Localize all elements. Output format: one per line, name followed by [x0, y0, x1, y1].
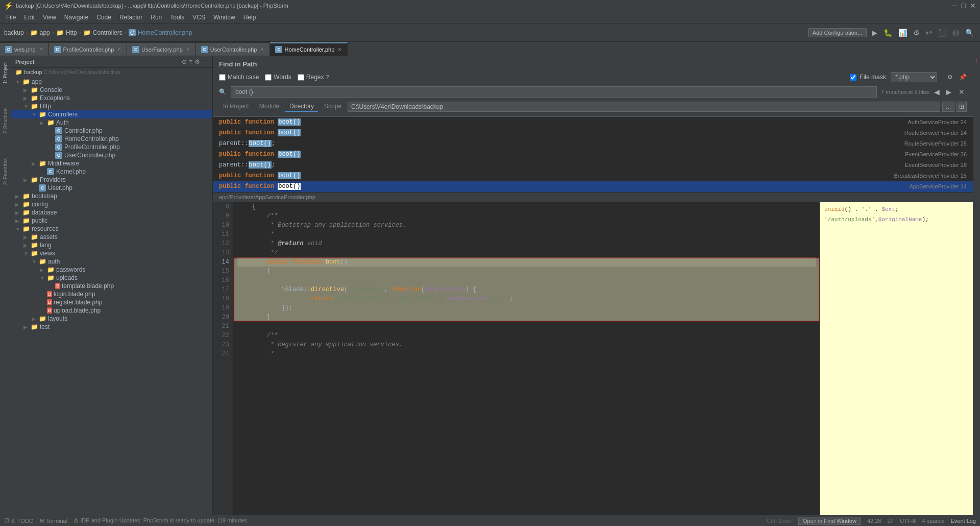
tree-item-config[interactable]: ▶ 📁 config	[11, 200, 212, 208]
breadcrumb-homecontroller[interactable]: HomeController.php	[138, 29, 192, 36]
menu-vcs[interactable]: VCS	[188, 13, 209, 22]
maximize-button[interactable]: □	[962, 2, 966, 10]
tree-item-layouts[interactable]: ▶ 📁 layouts	[11, 315, 212, 323]
find-search-input[interactable]	[231, 86, 877, 98]
file-mask-checkbox[interactable]	[850, 74, 856, 81]
filter-icon[interactable]: ⚙	[947, 74, 953, 81]
scope-new-button[interactable]: ⊞	[957, 102, 967, 112]
menu-file[interactable]: File	[2, 13, 20, 22]
breadcrumb-controllers[interactable]: Controllers	[93, 29, 122, 36]
menu-refactor[interactable]: Refactor	[115, 13, 146, 22]
tree-item-providers[interactable]: ▶ 📁 Providers	[11, 176, 212, 184]
find-next-button[interactable]: ▶	[945, 88, 952, 96]
tab-user-controller[interactable]: C UserController.php ✕	[196, 42, 271, 56]
find-close-button[interactable]: ✕	[957, 88, 967, 96]
panel-tab-favorites[interactable]: 2: Favorites	[2, 154, 9, 189]
tree-item-profilecontroller-php[interactable]: ▶ C ProfileController.php	[11, 143, 212, 151]
tree-item-views[interactable]: ▼ 📁 views	[11, 249, 212, 257]
words-checkbox[interactable]: Words	[265, 74, 291, 81]
menu-edit[interactable]: Edit	[20, 13, 39, 22]
result-item-1[interactable]: public function boot() AuthServiceProvid…	[213, 117, 973, 128]
tree-item-http[interactable]: ▼ 📁 Http	[11, 102, 212, 110]
title-bar-controls[interactable]: ─ □ ✕	[952, 2, 976, 10]
add-configuration-button[interactable]: Add Configuration...	[808, 28, 867, 37]
tab-close-web[interactable]: ✕	[39, 46, 43, 53]
menu-view[interactable]: View	[39, 13, 60, 22]
scope-tab-module[interactable]: Module	[255, 102, 283, 112]
scope-path-browse-button[interactable]: ...	[942, 102, 954, 112]
event-log[interactable]: Event Log	[950, 518, 976, 524]
scope-tab-directory[interactable]: Directory	[285, 102, 318, 112]
search-everywhere-icon[interactable]: 🔍	[963, 28, 976, 38]
coverage-icon[interactable]: ⚙	[911, 28, 922, 38]
open-in-find-window-button[interactable]: Open in Find Window	[798, 517, 861, 525]
tree-item-auth[interactable]: ▶ 📁 Auth	[11, 118, 212, 127]
words-input[interactable]	[265, 74, 272, 81]
tab-profile-controller[interactable]: C ProfileController.php ✕	[49, 42, 128, 56]
tab-close-home-ctrl[interactable]: ✕	[337, 46, 342, 53]
tree-item-public[interactable]: ▶ 📁 public	[11, 217, 212, 225]
regex-input[interactable]	[298, 74, 304, 81]
scope-tab-project[interactable]: In Project	[219, 102, 253, 112]
tab-web-php[interactable]: C web.php ✕	[0, 42, 49, 56]
breadcrumb-backup[interactable]: backup	[4, 29, 24, 36]
tree-item-template-blade[interactable]: ▶ B template.blade.php	[11, 282, 212, 290]
tree-item-homecontroller-php[interactable]: ▶ C HomeController.php	[11, 135, 212, 143]
tab-close-factory[interactable]: ✕	[186, 46, 190, 53]
match-case-input[interactable]	[219, 74, 226, 81]
tab-close-profile[interactable]: ✕	[117, 46, 121, 53]
menu-help[interactable]: Help	[239, 13, 260, 22]
tree-item-resources[interactable]: ▼ 📁 resources	[11, 225, 212, 233]
sidebar-collapse-icon[interactable]: ≡	[189, 58, 192, 65]
result-item-5[interactable]: parent::boot(); EventServiceProvider 28	[213, 160, 973, 171]
tab-close-user-ctrl[interactable]: ✕	[260, 46, 264, 53]
line-ending[interactable]: LF	[887, 518, 894, 524]
scope-path-input[interactable]	[348, 102, 940, 112]
tree-item-exceptions[interactable]: ▶ 📁 Exceptions	[11, 94, 212, 102]
menu-window[interactable]: Window	[209, 13, 239, 22]
result-item-7[interactable]: public function boot() AppServiceProvide…	[213, 181, 973, 192]
encoding[interactable]: UTF-8	[900, 518, 916, 524]
result-item-4[interactable]: public function boot() EventServiceProvi…	[213, 149, 973, 160]
regex-checkbox[interactable]: Regex ?	[298, 74, 329, 81]
result-item-2[interactable]: public function boot() RouteServiceProvi…	[213, 128, 973, 138]
tree-item-login-blade[interactable]: ▶ B login.blade.php	[11, 290, 212, 298]
indent[interactable]: 4 spaces	[922, 518, 944, 524]
tree-item-usercontroller-php[interactable]: ▶ C UserController.php	[11, 151, 212, 159]
git-icon[interactable]: ↩	[924, 28, 934, 38]
menu-run[interactable]: Run	[146, 13, 166, 22]
todo-tab[interactable]: ☑ 6: TODO	[4, 517, 34, 524]
sidebar-minimize-icon[interactable]: —	[202, 58, 208, 65]
tree-item-upload-blade[interactable]: ▶ B upload.blade.php	[11, 306, 212, 315]
tab-home-controller[interactable]: C HomeController.php ✕	[270, 42, 348, 56]
menu-code[interactable]: Code	[92, 13, 115, 22]
match-case-checkbox[interactable]: Match case	[219, 74, 259, 81]
tree-item-passwords[interactable]: ▶ 📁 passwords	[11, 266, 212, 274]
terminal-tab[interactable]: ⊞ Terminal	[40, 517, 68, 524]
file-mask-select[interactable]: *.php *.blade.php *.*	[891, 72, 937, 82]
tree-item-controllers[interactable]: ▼ 📁 Controllers	[11, 110, 212, 118]
tree-item-database[interactable]: ▶ 📁 database	[11, 208, 212, 217]
stop-icon[interactable]: ⬛	[936, 28, 949, 38]
scope-tab-scope[interactable]: Scope	[320, 102, 346, 112]
result-item-3[interactable]: parent::boot(); RouteServiceProvider 28	[213, 138, 973, 149]
tree-item-auth-views[interactable]: ▼ 📁 auth	[11, 257, 212, 266]
tree-item-user-php[interactable]: ▶ C User.php	[11, 184, 212, 192]
tree-item-assets[interactable]: ▶ 📁 assets	[11, 233, 212, 241]
debug-icon[interactable]: 🐛	[881, 28, 894, 38]
minimize-button[interactable]: ─	[952, 2, 958, 10]
tree-item-console[interactable]: ▶ 📁 Console	[11, 86, 212, 94]
tree-item-middleware[interactable]: ▶ 📁 Middleware	[11, 159, 212, 168]
menu-tools[interactable]: Tools	[166, 13, 188, 22]
tree-item-app[interactable]: ▼ 📁 app	[11, 78, 212, 86]
panel-tab-project[interactable]: 1: Project	[2, 58, 9, 88]
layout-icon[interactable]: ⊟	[951, 28, 961, 38]
tab-user-factory[interactable]: C UserFactory.php ✕	[127, 42, 196, 56]
breadcrumb-app[interactable]: app	[40, 29, 50, 36]
tree-item-test[interactable]: ▶ 📁 test	[11, 323, 212, 331]
sidebar-settings-icon[interactable]: ⚙	[194, 58, 200, 65]
find-prev-button[interactable]: ◀	[933, 88, 941, 96]
tree-item-register-blade[interactable]: ▶ B register.blade.php	[11, 298, 212, 306]
file-mask-label[interactable]: File mask: *.php *.blade.php *.*	[850, 72, 937, 82]
close-button[interactable]: ✕	[970, 2, 976, 10]
